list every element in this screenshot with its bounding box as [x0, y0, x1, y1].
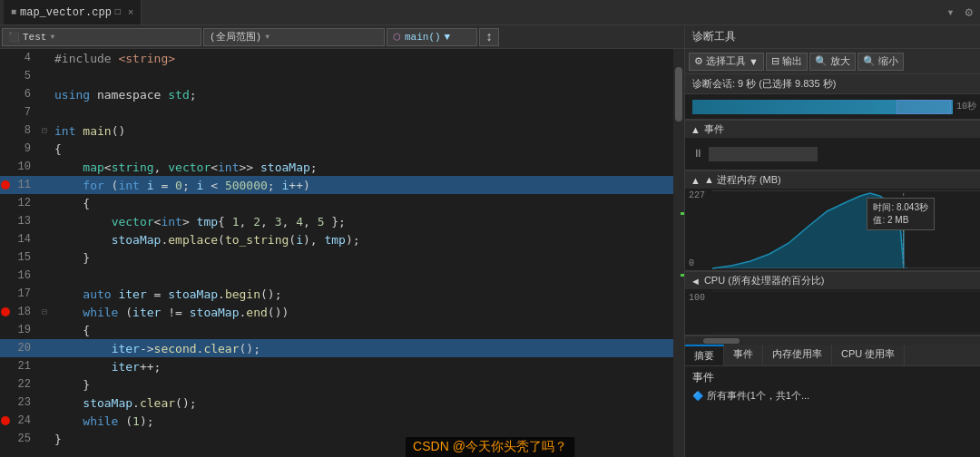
- breakpoint-col[interactable]: [0, 416, 11, 425]
- select-tool-button[interactable]: ⚙ 选择工具 ▼: [689, 53, 764, 71]
- code-text: map<string, vector<int>> stoaMap;: [51, 160, 673, 174]
- code-text: #include <string>: [51, 52, 673, 65]
- code-token: auto: [83, 287, 111, 301]
- timeline-end-label: 10秒: [956, 100, 976, 112]
- project-dropdown[interactable]: ⬛ Test ▼: [2, 28, 201, 46]
- breakpoint-col[interactable]: [0, 180, 11, 190]
- line-number: 16: [11, 269, 38, 282]
- code-token: .: [218, 287, 225, 301]
- main-content: ⬛ Test ▼ (全局范围) ▼ ⬡ main() ▼ ↕ 4#inc: [0, 25, 980, 457]
- scope-chevron-icon: ▼: [265, 33, 270, 41]
- line-number: 11: [11, 179, 38, 191]
- code-token: ->: [140, 342, 154, 355]
- code-token: ++;: [140, 360, 161, 374]
- code-token: stoaMap: [190, 306, 240, 319]
- events-list-icon: 🔷: [692, 391, 703, 401]
- breakpoint-col[interactable]: [0, 307, 11, 316]
- line-number: 20: [11, 342, 38, 355]
- code-token: ();: [260, 287, 281, 301]
- table-row: 17 auto iter = stoaMap.begin();: [0, 285, 673, 303]
- vertical-scrollbar[interactable]: [673, 49, 684, 457]
- code-text: iter++;: [51, 360, 673, 374]
- code-token: ;: [182, 179, 197, 192]
- code-text: }: [51, 433, 673, 446]
- tab-gear-button[interactable]: ⚙: [962, 5, 976, 20]
- code-token: 3: [275, 215, 282, 228]
- zoom-in-button[interactable]: 🔍 放大: [809, 53, 856, 71]
- code-token: .: [132, 396, 140, 410]
- code-text: {: [51, 142, 673, 156]
- tab-events[interactable]: 事件: [724, 345, 763, 365]
- code-token: ),: [303, 233, 324, 247]
- tab-cpu-usage[interactable]: CPU 使用率: [832, 345, 905, 365]
- code-text: {: [51, 197, 673, 210]
- output-button[interactable]: ⊟ 输出: [766, 53, 808, 71]
- code-area: 4#include <string>56using namespace std;…: [0, 49, 684, 457]
- watermark: CSDN @今天你头秃了吗？: [406, 437, 574, 457]
- breakpoint-dot: [1, 307, 10, 316]
- tab-close-button[interactable]: ×: [128, 7, 134, 18]
- code-token: [54, 179, 83, 192]
- line-number: 6: [11, 88, 38, 101]
- project-label: Test: [23, 32, 46, 43]
- table-row: 13 vector<int> tmp{ 1, 2, 3, 4, 5 };: [0, 212, 673, 230]
- code-token: }: [54, 433, 62, 446]
- code-token: to_string: [225, 233, 289, 247]
- diag-timeline[interactable]: 10秒: [685, 94, 980, 120]
- tab-memory-usage[interactable]: 内存使用率: [763, 345, 832, 365]
- tab-pin-button[interactable]: ▾: [943, 5, 957, 20]
- fold-toggle[interactable]: ⊟: [38, 306, 51, 317]
- zoom-out-label: 缩小: [878, 54, 898, 68]
- code-token: int: [54, 124, 75, 138]
- code-token: stoaMap: [83, 396, 132, 410]
- scope-dropdown[interactable]: (全局范围) ▼: [203, 28, 385, 46]
- memory-section-header[interactable]: ▲ ▲ 进程内存 (MB): [685, 170, 980, 189]
- code-token: while: [83, 414, 118, 428]
- code-token: using: [54, 88, 90, 102]
- code-token: );: [346, 233, 360, 247]
- file-tab[interactable]: ■ map_vector.cpp □ ×: [4, 0, 142, 24]
- events-section-header[interactable]: ▲ 事件: [685, 120, 980, 138]
- code-token: ,: [260, 215, 275, 228]
- code-token: {: [54, 197, 90, 210]
- code-token: >>: [240, 160, 260, 174]
- table-row: 18⊟ while (iter != stoaMap.end()): [0, 303, 673, 321]
- line-number: 7: [11, 106, 38, 119]
- fold-toggle[interactable]: ⊟: [38, 125, 51, 136]
- cpu-section-label: CPU (所有处理器的百分比): [704, 274, 825, 287]
- cpu-arrow-icon: ◄: [691, 276, 701, 287]
- code-token: [140, 179, 147, 192]
- memory-tooltip: 时间: 8.043秒 值: 2 MB: [867, 198, 935, 230]
- code-text: vector<int> tmp{ 1, 2, 3, 4, 5 };: [51, 215, 673, 228]
- split-button[interactable]: ↕: [479, 28, 499, 46]
- project-icon: ⬛: [8, 32, 19, 43]
- diag-title: 诊断工具: [692, 29, 736, 44]
- events-list: 事件 🔷 所有事件(1个，共1个...: [685, 366, 980, 457]
- scrollbar-markers: [681, 49, 684, 457]
- code-token: ();: [240, 342, 260, 355]
- code-inner: 4#include <string>56using namespace std;…: [0, 49, 673, 457]
- code-token: i: [147, 179, 154, 192]
- code-token: (: [104, 179, 119, 192]
- code-token: second: [154, 342, 197, 355]
- line-number: 22: [11, 378, 38, 391]
- gear-icon: ⚙: [694, 55, 703, 67]
- code-token: 2: [253, 215, 260, 228]
- func-label: main(): [405, 32, 441, 43]
- horizontal-scrollbar[interactable]: [685, 335, 980, 345]
- breakpoint-dot: [1, 180, 10, 190]
- tab-summary[interactable]: 摘要: [685, 345, 724, 365]
- tab-icon: ■: [11, 7, 16, 17]
- code-token: (: [218, 233, 225, 247]
- bottom-tabs: 摘要 事件 内存使用率 CPU 使用率: [685, 345, 980, 366]
- code-token: !=: [161, 306, 189, 319]
- code-token: [54, 215, 112, 228]
- table-row: 23 stoaMap.clear();: [0, 394, 673, 412]
- code-token: }: [54, 251, 90, 265]
- code-token: 1: [232, 215, 240, 228]
- func-dropdown[interactable]: ⬡ main() ▼: [387, 28, 477, 46]
- cpu-section-header[interactable]: ◄ CPU (所有处理器的百分比): [685, 271, 980, 289]
- zoom-out-button[interactable]: 🔍 缩小: [858, 53, 904, 71]
- hscrollbar-thumb[interactable]: [703, 338, 740, 344]
- breakpoint-dot: [1, 416, 10, 425]
